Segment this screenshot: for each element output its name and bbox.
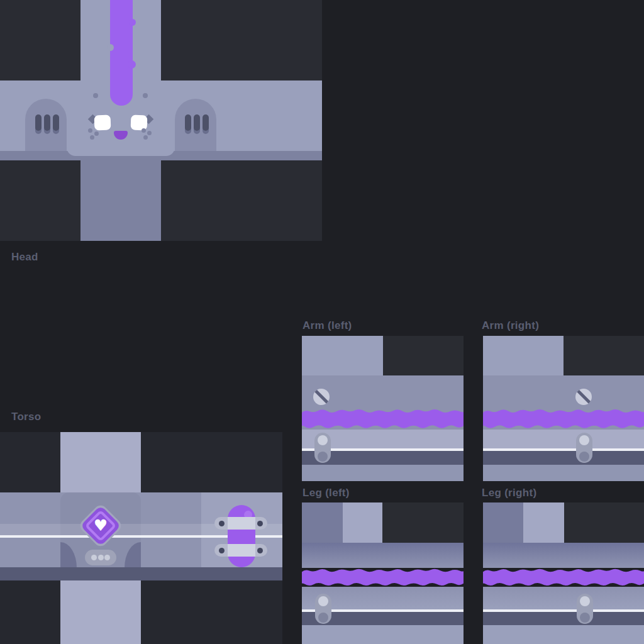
arm-dark-band xyxy=(483,451,644,465)
head-ear-left xyxy=(25,99,67,151)
head-texture-tile[interactable] xyxy=(0,0,322,241)
head-bottom-flap xyxy=(80,160,161,241)
freckle xyxy=(143,135,148,140)
arm-top-dark-rect xyxy=(383,336,464,375)
leg-top-dark-rect xyxy=(382,502,464,543)
leg-right-texture-tile[interactable] xyxy=(483,502,644,644)
torso-checker-top-left xyxy=(0,432,60,492)
arm-left-texture-tile[interactable] xyxy=(302,336,464,481)
capsule-strap-overlay xyxy=(228,544,255,557)
head-checker-top-right xyxy=(161,0,322,80)
arm-purple-band xyxy=(483,408,644,430)
torso-texture-tile[interactable]: ♥ xyxy=(0,432,282,644)
chest-pill xyxy=(85,550,116,565)
head-stripe xyxy=(110,0,133,106)
leg-purple-band xyxy=(302,568,464,587)
face-dot-right xyxy=(143,93,148,98)
ear-slot xyxy=(185,114,191,131)
screw-icon xyxy=(575,389,592,405)
arm-top-light-rect xyxy=(302,336,383,375)
arm-right-texture-tile[interactable] xyxy=(483,336,644,481)
torso-checker-bottom-left xyxy=(0,580,60,644)
strap-rivet xyxy=(219,548,225,553)
head-stripe-notch xyxy=(107,44,114,51)
freckle xyxy=(88,128,92,133)
torso-top-flap xyxy=(60,432,141,492)
head-stripe-bump xyxy=(128,60,136,69)
torso-section-label: Torso xyxy=(11,411,41,423)
zipper-hole xyxy=(318,435,328,445)
leg-top-dark-rect xyxy=(564,502,644,543)
capsule-strap-overlay xyxy=(228,517,255,530)
leg-left-section-label: Leg (left) xyxy=(303,487,350,499)
head-stripe-bump xyxy=(129,19,136,26)
leg-top-light-sq xyxy=(523,502,564,543)
torso-band-dark-strip xyxy=(0,567,282,580)
face-dot-left xyxy=(93,93,98,98)
zipper-hole xyxy=(579,452,589,462)
ear-slot xyxy=(44,114,50,131)
leg-top-dark-sq xyxy=(302,502,343,543)
head-section-label: Head xyxy=(11,252,38,263)
skin-template-page: Head Torso ♥ xyxy=(0,0,644,644)
leg-top-light-sq xyxy=(343,502,382,543)
ear-slot xyxy=(194,114,200,131)
arm-bottom-band xyxy=(483,465,644,481)
ear-slot xyxy=(203,114,209,131)
ear-slot xyxy=(35,114,42,131)
freckle xyxy=(147,131,152,135)
head-checker-bottom-right xyxy=(161,160,322,241)
freckle xyxy=(142,128,146,133)
head-checker-top-left xyxy=(0,0,80,80)
screw-icon xyxy=(313,389,330,405)
arm-right-section-label: Arm (right) xyxy=(482,320,539,331)
torso-checker-bottom-right xyxy=(141,580,282,644)
leg-left-texture-tile[interactable] xyxy=(302,502,464,644)
leg-lower-gradient xyxy=(483,587,644,609)
leg-right-section-label: Leg (right) xyxy=(482,487,536,499)
arm-top-dark-rect xyxy=(564,336,644,375)
heart-emblem: ♥ xyxy=(80,505,121,546)
ear-slot xyxy=(53,114,59,131)
zipper-hole xyxy=(579,435,589,445)
zipper-link-icon xyxy=(577,594,593,624)
leg-upper-gradient xyxy=(302,543,464,568)
arm-bottom-band xyxy=(302,465,464,481)
leg-bottom-band xyxy=(483,625,644,644)
zipper-link-icon xyxy=(315,594,331,624)
zipper-hole xyxy=(318,452,328,462)
screw-slot xyxy=(313,389,330,405)
zipper-link-icon xyxy=(576,433,592,463)
torso-bottom-flap xyxy=(60,580,141,644)
head-checker-bottom-left xyxy=(0,160,80,241)
zipper-hole xyxy=(318,613,328,623)
freckle xyxy=(94,131,99,136)
leg-bottom-band xyxy=(302,625,464,644)
torso-checker-top-right xyxy=(141,432,282,492)
leg-purple-band xyxy=(483,568,644,587)
pill-dot xyxy=(98,555,104,560)
leg-dark-band xyxy=(483,612,644,625)
strap-rivet xyxy=(257,548,263,553)
zipper-hole xyxy=(580,613,590,623)
zipper-link-icon xyxy=(314,433,331,463)
eye-left xyxy=(94,115,111,131)
freckle xyxy=(90,135,94,140)
strap-rivet xyxy=(219,521,225,526)
zipper-hole xyxy=(580,596,590,606)
head-ear-right xyxy=(175,99,216,151)
leg-upper-gradient xyxy=(483,543,644,568)
strap-rivet xyxy=(257,521,263,526)
leg-top-dark-sq xyxy=(483,502,523,543)
arm-left-section-label: Arm (left) xyxy=(303,320,352,331)
screw-slot xyxy=(575,389,592,405)
arm-purple-band xyxy=(302,408,464,430)
arm-light-band xyxy=(483,430,644,448)
pill-dot xyxy=(104,555,110,560)
pill-dot xyxy=(91,555,97,560)
arm-top-light-rect xyxy=(483,336,564,375)
zipper-hole xyxy=(318,596,328,606)
heart-icon: ♥ xyxy=(86,511,115,540)
